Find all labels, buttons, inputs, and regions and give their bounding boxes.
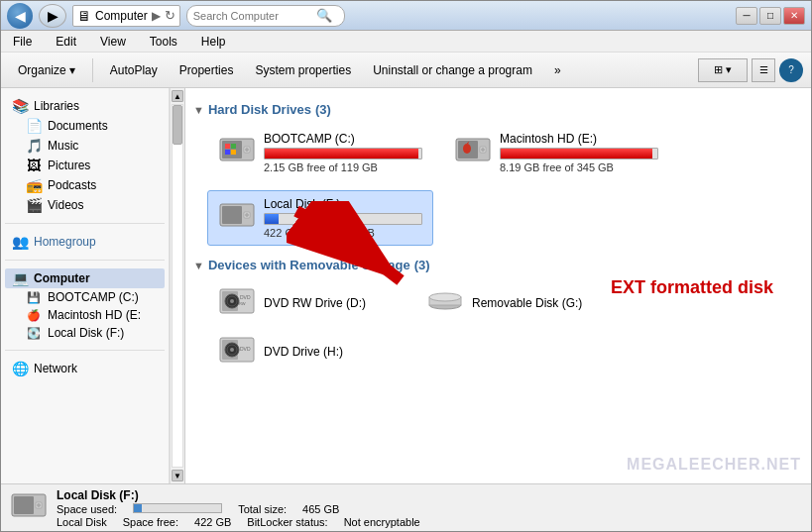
libraries-icon: 📚 (11, 98, 29, 114)
svg-point-12 (463, 144, 471, 154)
address-arrow: ▶ (152, 9, 161, 23)
scrollbar-up[interactable]: ▲ (172, 90, 183, 102)
address-refresh[interactable]: ↻ (165, 8, 175, 23)
dvd-drive-h[interactable]: DVD DVD Drive (H:) (207, 329, 803, 373)
removable-section: ▼ Devices with Removable Storage (3) (193, 258, 803, 373)
uninstall-button[interactable]: Uninstall or change a program (364, 56, 541, 84)
sidebar-music[interactable]: 🎵 Music (19, 136, 165, 156)
view-options-button[interactable]: ⊞ ▾ (698, 58, 748, 82)
titlebar-controls: ─ □ ✕ (736, 7, 805, 25)
hard-disk-drive-grid: BOOTCAMP (C:) 2.15 GB free of 119 GB (207, 125, 803, 246)
status-total-value: 465 GB (302, 503, 339, 515)
scrollbar-track (172, 104, 183, 468)
scrollbar-down[interactable]: ▼ (172, 470, 183, 481)
sidebar-divider-2 (5, 260, 165, 261)
menu-file[interactable]: File (9, 33, 36, 51)
status-space-used-label: Space used: (57, 503, 117, 515)
system-properties-label: System properties (255, 63, 351, 77)
dvd-rw-name: DVD RW Drive (D:) (264, 296, 366, 310)
more-button[interactable]: » (545, 56, 570, 84)
sidebar-libraries[interactable]: 📚 Libraries (5, 96, 165, 116)
sidebar-documents[interactable]: 📄 Documents (19, 116, 165, 136)
music-icon: 🎵 (25, 138, 43, 154)
hard-disk-toggle[interactable]: ▼ (193, 104, 204, 116)
view-list-button[interactable]: ☰ (752, 58, 775, 82)
sidebar-homegroup-section: 👥 Homegroup (5, 232, 165, 252)
sidebar-videos[interactable]: 🎬 Videos (19, 195, 165, 215)
drive-bootcamp-space: 2.15 GB free of 119 GB (264, 161, 422, 173)
drive-macintosh-space: 8.19 GB free of 345 GB (500, 161, 658, 173)
sidebar-divider-1 (5, 223, 165, 224)
drive-localdisk[interactable]: Local Disk (F:) 422 GB free of 465 GB (207, 190, 433, 246)
search-icon: 🔍 (316, 8, 332, 23)
close-button[interactable]: ✕ (783, 7, 805, 25)
sidebar-libraries-label: Libraries (34, 99, 79, 113)
removable-disk-g[interactable]: Removable Disk (G:) (415, 280, 614, 325)
pictures-icon: 🖼 (25, 158, 43, 173)
drive-bootcamp[interactable]: BOOTCAMP (C:) 2.15 GB free of 119 GB (207, 125, 433, 180)
status-drive-label: Local Disk (57, 516, 107, 528)
dvd-h-name: DVD Drive (H:) (264, 345, 343, 359)
svg-text:RW: RW (239, 301, 246, 306)
sidebar-podcasts[interactable]: 📻 Podcasts (19, 175, 165, 195)
dvd-rw-drive[interactable]: DVD RW DVD RW Drive (D:) (207, 280, 406, 325)
documents-icon: 📄 (25, 118, 43, 134)
watermark: MEGALEECHER.NET (627, 456, 801, 474)
autoplay-button[interactable]: AutoPlay (101, 56, 167, 84)
forward-button[interactable]: ▶ (39, 4, 66, 28)
sidebar-network[interactable]: 🌐 Network (5, 359, 165, 378)
sidebar-computer-children: 💾 BOOTCAMP (C:) 🍎 Macintosh HD (E: 💽 Loc… (5, 288, 165, 342)
back-button[interactable]: ◀ (7, 3, 33, 29)
scrollbar-thumb[interactable] (173, 105, 182, 145)
svg-rect-14 (222, 206, 242, 224)
menu-help[interactable]: Help (197, 33, 230, 51)
drive-localdisk-bar (265, 214, 279, 224)
toolbar-right: ⊞ ▾ ☰ ? (698, 58, 803, 82)
sidebar-homegroup[interactable]: 👥 Homegroup (5, 232, 165, 252)
maximize-button[interactable]: □ (759, 7, 781, 25)
sidebar-pictures[interactable]: 🖼 Pictures (19, 156, 165, 175)
search-bar[interactable]: 🔍 (186, 5, 345, 27)
status-space-bar (133, 503, 222, 513)
svg-rect-35 (14, 496, 34, 514)
drive-localdisk-space: 422 GB free of 465 GB (264, 227, 422, 239)
sidebar-bootcamp[interactable]: 💾 BOOTCAMP (C:) (19, 288, 165, 306)
sidebar-scrollbar[interactable]: ▲ ▼ (170, 88, 185, 483)
sidebar-macintosh-label: Macintosh HD (E: (48, 308, 141, 322)
organize-label: Organize (18, 63, 66, 77)
sidebar-macintosh[interactable]: 🍎 Macintosh HD (E: (19, 306, 165, 324)
organize-button[interactable]: Organize ▾ (9, 56, 84, 84)
videos-icon: 🎬 (25, 197, 43, 213)
system-properties-button[interactable]: System properties (246, 56, 360, 84)
svg-point-11 (481, 148, 485, 152)
main-window: ◀ ▶ 🖥 Computer ▶ ↻ 🔍 ─ □ ✕ File Edit Vie… (0, 0, 812, 532)
properties-button[interactable]: Properties (171, 56, 243, 84)
status-bitlocker-value: Not encryptable (344, 516, 420, 528)
sidebar-pictures-label: Pictures (48, 159, 90, 172)
address-bar-icon: 🖥 (77, 8, 91, 24)
toolbar: Organize ▾ AutoPlay Properties System pr… (1, 53, 811, 88)
status-row-2: Local Disk Space free: 422 GB BitLocker … (57, 516, 420, 528)
minimize-button[interactable]: ─ (736, 7, 757, 25)
sidebar-computer-section: 💻 Computer 💾 BOOTCAMP (C:) 🍎 Macintosh H… (5, 268, 165, 342)
menu-edit[interactable]: Edit (52, 33, 80, 51)
uninstall-label: Uninstall or change a program (373, 63, 532, 77)
svg-point-37 (37, 503, 41, 507)
removable-grid: DVD RW DVD RW Drive (D:) (207, 280, 803, 325)
organize-chevron: ▾ (69, 63, 75, 77)
menu-tools[interactable]: Tools (146, 33, 181, 51)
sidebar-computer[interactable]: 💻 Computer (5, 268, 165, 288)
sidebar-localdisk[interactable]: 💽 Local Disk (F:) (19, 324, 165, 342)
removable-row-2: DVD DVD Drive (H:) (207, 329, 803, 373)
status-info: Local Disk (F:) Space used: Total size: … (57, 488, 420, 528)
removable-label: Devices with Removable Storage (208, 258, 410, 272)
search-input[interactable] (193, 10, 312, 22)
menu-view[interactable]: View (96, 33, 130, 51)
drive-macintosh[interactable]: Macintosh HD (E:) 8.19 GB free of 345 GB (443, 125, 669, 180)
address-bar[interactable]: 🖥 Computer ▶ ↻ (72, 5, 180, 27)
help-button[interactable]: ? (779, 58, 803, 82)
drive-bootcamp-bar (265, 149, 418, 159)
drive-localdisk-name: Local Disk (F:) (264, 197, 422, 211)
removable-toggle[interactable]: ▼ (193, 260, 204, 271)
svg-rect-5 (231, 144, 236, 149)
